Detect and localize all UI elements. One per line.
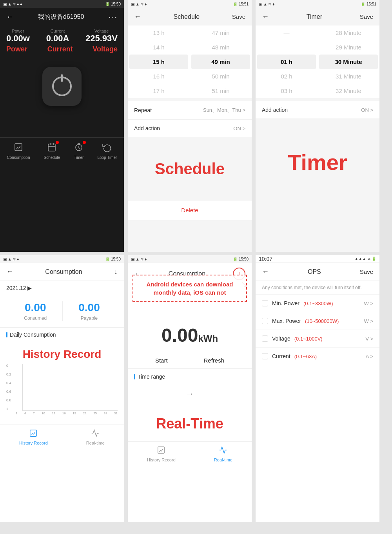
ops-row-min-power[interactable]: Min. Power (0.1~3300W) W > (256, 295, 379, 312)
consumption-screen-1: ▣ ▲ ≋ ♦ 🔋 15:50 ← Consumption ↓ 2021.12 … (0, 255, 124, 522)
start-btn[interactable]: Start (155, 357, 168, 364)
repeat-label: Repeat (134, 107, 152, 113)
ops-max-power-label: Max. Power (272, 318, 301, 324)
status-sch-right: 🔋 15:51 (233, 2, 249, 6)
ops-checkbox-min-power[interactable] (262, 300, 268, 306)
ops-max-power-unit[interactable]: W > (364, 318, 373, 324)
power-button-container (0, 55, 124, 114)
power-button[interactable] (42, 67, 82, 106)
device-bottom-nav: Consumption Schedule Timer (0, 137, 124, 163)
arrow-right-icon: → (186, 389, 194, 398)
min-item-49-selected[interactable]: 49 min (191, 55, 250, 69)
ops-time: 10:07 (259, 256, 272, 262)
ops-checkbox-voltage[interactable] (262, 335, 268, 342)
schedule-save[interactable]: Save (232, 13, 245, 20)
ops-row-voltage[interactable]: Voltage (0.1~1000V) V > (256, 330, 379, 348)
timer-hour-03[interactable]: 03 h (256, 84, 318, 98)
consumption-back-1[interactable]: ← (6, 268, 13, 276)
ops-row-min-power-left: Min. Power (0.1~3300W) (262, 300, 333, 306)
timer-save[interactable]: Save (360, 13, 373, 20)
nav-consumption[interactable]: Consumption (7, 142, 30, 160)
device-title: 我的设备d61950 (38, 13, 84, 21)
timer-min-30[interactable]: 30 Minute (319, 55, 378, 69)
svg-rect-1 (48, 144, 55, 151)
battery-c1: 🔋 (105, 257, 110, 261)
android-overlay: Android devices can download monthly dat… (132, 275, 247, 302)
device-menu-btn[interactable]: ··· (109, 13, 118, 22)
nav-timer[interactable]: Timer (74, 142, 83, 160)
ops-save[interactable]: Save (360, 268, 373, 275)
device-screen: ▣ ▲ ≋ ♦ ● 🔋 15:50 ← 我的设备d61950 ··· Power… (0, 0, 124, 252)
add-action-row-sch[interactable]: Add action ON > (128, 120, 252, 137)
payable-value: 0.00 (78, 301, 100, 314)
ops-row-max-power[interactable]: Max. Power (10~500000W) W > (256, 312, 379, 330)
loop-timer-icon (102, 142, 112, 154)
history-icon-1 (29, 429, 38, 439)
timer-min-32[interactable]: 32 Minute (318, 84, 379, 98)
status-time: 15:50 (111, 2, 121, 6)
tab-history-label-2: History Record (147, 457, 176, 462)
ops-row-current[interactable]: Current (0.1~63A) A > (256, 348, 379, 365)
timer-hour-02[interactable]: 02 h (256, 69, 318, 84)
timer-title: Timer (307, 13, 322, 20)
consumption-download-1[interactable]: ↓ (114, 268, 118, 276)
add-action-row-timer[interactable]: Add action ON > (256, 101, 379, 119)
refresh-btn[interactable]: Refresh (204, 357, 225, 364)
timer-badge (83, 141, 86, 144)
time-range-section: Time range → (128, 368, 252, 409)
ops-checkbox-current[interactable] (262, 353, 268, 359)
schedule-back[interactable]: ← (134, 13, 141, 21)
device-back-btn[interactable]: ← (6, 13, 13, 21)
hour-item-13[interactable]: 13 h (128, 26, 190, 40)
status-c1-left: ▣ ▲ ≋ ♦ (3, 257, 19, 261)
hour-item-15-selected[interactable]: 15 h (129, 55, 188, 69)
tab-realtime-2[interactable]: Real-time (214, 446, 232, 462)
timer-back[interactable]: ← (262, 13, 269, 21)
min-item-47[interactable]: 47 min (190, 26, 252, 40)
status-bar-timer: ▣ ▲ ≋ ♦ 🔋 15:51 (256, 0, 379, 8)
hour-item-14[interactable]: 14 h (128, 40, 190, 55)
ops-back[interactable]: ← (262, 268, 269, 276)
nav-loop-timer[interactable]: Loop Timer (97, 142, 117, 160)
device-header: ← 我的设备d61950 ··· (0, 8, 124, 25)
timer-min-29[interactable]: 29 Minute (318, 40, 379, 55)
hour-item-16[interactable]: 16 h (128, 69, 190, 84)
tab-history-2[interactable]: History Record (147, 446, 176, 462)
timer-preview: Timer (256, 119, 379, 205)
minutes-col[interactable]: 47 min 48 min 49 min 50 min 51 min (190, 26, 252, 98)
delete-btn-container[interactable]: Delete (128, 200, 252, 220)
timer-min-31[interactable]: 31 Minute (318, 69, 379, 84)
delete-text: Delete (181, 207, 198, 213)
timer-hours-col[interactable]: — — 01 h 02 h 03 h (256, 26, 318, 98)
power-label: Power (6, 29, 30, 33)
ops-voltage-range: (0.1~1000V) (294, 336, 323, 342)
date-row-1[interactable]: 2021.12 ▶ (0, 281, 124, 295)
tab-history-1[interactable]: History Record (19, 429, 48, 445)
tab-realtime-1[interactable]: Real-time (86, 429, 105, 445)
ops-row-max-power-left: Max. Power (10~500000W) (262, 318, 339, 324)
hours-col[interactable]: 13 h 14 h 15 h 16 h 17 h (128, 26, 190, 98)
min-item-50[interactable]: 50 min (190, 69, 252, 84)
ops-voltage-unit[interactable]: V > (365, 336, 373, 342)
time-picker-schedule: 13 h 14 h 15 h 16 h 17 h 47 min 48 min 4… (128, 26, 252, 98)
ops-checkbox-max-power[interactable] (262, 318, 268, 324)
time-range-bar (134, 374, 135, 379)
consumed-value: 0.00 (24, 301, 47, 314)
min-item-48[interactable]: 48 min (190, 40, 252, 55)
action-row: Start Refresh (128, 352, 252, 368)
timer-minutes-col[interactable]: 28 Minute 29 Minute 30 Minute 31 Minute … (318, 26, 379, 98)
timer-min-28[interactable]: 28 Minute (318, 26, 379, 40)
timer-hour-01[interactable]: 01 h (257, 55, 316, 69)
ops-current-unit[interactable]: A > (366, 354, 373, 359)
status-c2-left: ▣ ▲ ≋ ♦ (131, 257, 147, 261)
consumption-screen-2: ▣ ▲ ≋ ♦ 🔋 15:50 ← Consumption ↓ ↘ Androi… (128, 255, 252, 522)
time-sch: 15:51 (239, 2, 249, 6)
hour-item-17[interactable]: 17 h (128, 84, 190, 98)
svg-rect-7 (30, 430, 37, 437)
nav-schedule[interactable]: Schedule (44, 142, 60, 160)
chart-area-1: 10.80.60.40.20 1471013161922252831 (0, 364, 124, 415)
time-c2: 15:50 (239, 257, 249, 261)
repeat-row[interactable]: Repeat Sun、Mon、Thu > (128, 101, 252, 120)
ops-min-power-unit[interactable]: W > (364, 301, 373, 306)
min-item-51[interactable]: 51 min (190, 84, 252, 98)
